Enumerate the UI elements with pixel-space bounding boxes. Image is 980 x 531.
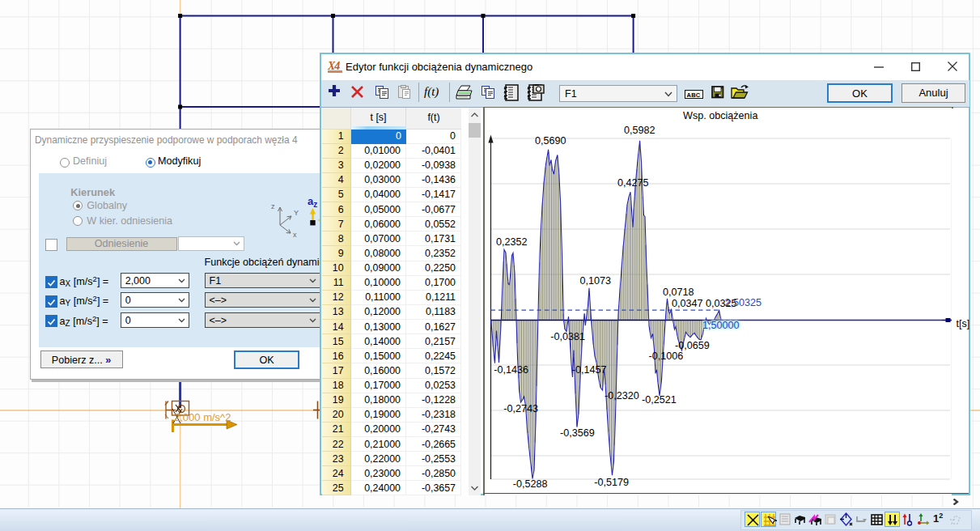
svg-text:Y: Y bbox=[294, 209, 299, 217]
svg-text:z: z bbox=[271, 202, 275, 210]
svg-text:x: x bbox=[293, 231, 297, 238]
